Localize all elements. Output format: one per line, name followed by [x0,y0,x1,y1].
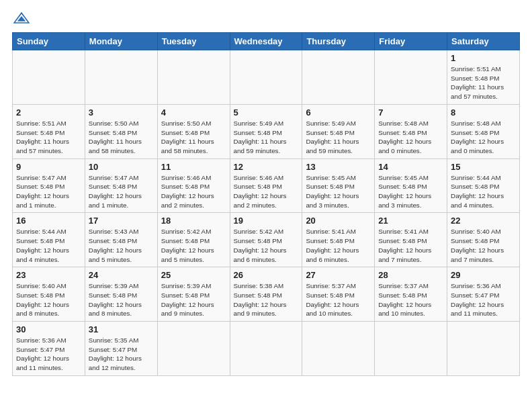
day-info-11: Sunrise: 5:46 AMSunset: 5:48 PMDaylight:… [161,174,214,209]
day-number-9: 9 [16,162,81,172]
day-info-14: Sunrise: 5:45 AMSunset: 5:48 PMDaylight:… [378,174,431,209]
day-cell-12: 12 Sunrise: 5:46 AMSunset: 5:48 PMDaylig… [230,158,302,213]
day-cell-1: 1 Sunrise: 5:51 AMSunset: 5:48 PMDayligh… [447,50,520,105]
day-cell-10: 10 Sunrise: 5:47 AMSunset: 5:48 PMDaylig… [85,158,157,213]
day-number-4: 4 [161,107,226,118]
day-cell-7: 7 Sunrise: 5:48 AMSunset: 5:48 PMDayligh… [375,104,447,158]
calendar-row-4: 23 Sunrise: 5:40 AMSunset: 5:48 PMDaylig… [13,267,520,322]
calendar-row-3: 16 Sunrise: 5:44 AMSunset: 5:48 PMDaylig… [13,213,520,267]
day-cell-25: 25 Sunrise: 5:39 AMSunset: 5:48 PMDaylig… [157,267,230,322]
day-number-6: 6 [306,107,371,118]
day-number-22: 22 [451,216,516,226]
day-info-29: Sunrise: 5:36 AMSunset: 5:47 PMDaylight:… [451,282,504,317]
empty-cell [157,322,230,376]
day-info-21: Sunrise: 5:41 AMSunset: 5:48 PMDaylight:… [378,228,431,263]
col-tuesday: Tuesday [157,33,230,50]
day-cell-30: 30 Sunrise: 5:36 AMSunset: 5:47 PMDaylig… [13,322,85,376]
day-info-3: Sunrise: 5:50 AMSunset: 5:48 PMDaylight:… [89,120,142,154]
day-number-31: 31 [89,324,154,334]
day-cell-24: 24 Sunrise: 5:39 AMSunset: 5:48 PMDaylig… [85,267,157,322]
day-info-24: Sunrise: 5:39 AMSunset: 5:48 PMDaylight:… [89,282,142,317]
day-info-12: Sunrise: 5:46 AMSunset: 5:48 PMDaylight:… [234,174,287,209]
day-number-28: 28 [378,270,443,280]
day-cell-28: 28 Sunrise: 5:37 AMSunset: 5:48 PMDaylig… [375,267,447,322]
day-number-15: 15 [451,162,516,172]
day-cell-15: 15 Sunrise: 5:44 AMSunset: 5:48 PMDaylig… [447,158,520,213]
day-cell-14: 14 Sunrise: 5:45 AMSunset: 5:48 PMDaylig… [375,158,447,213]
day-cell-6: 6 Sunrise: 5:49 AMSunset: 5:48 PMDayligh… [302,104,375,158]
day-number-11: 11 [161,162,226,172]
day-info-5: Sunrise: 5:49 AMSunset: 5:48 PMDaylight:… [234,120,287,154]
day-number-19: 19 [234,216,299,226]
day-cell-23: 23 Sunrise: 5:40 AMSunset: 5:48 PMDaylig… [13,267,85,322]
empty-cell [302,322,375,376]
day-cell-17: 17 Sunrise: 5:43 AMSunset: 5:48 PMDaylig… [85,213,157,267]
empty-cell [230,50,302,105]
col-monday: Monday [85,33,157,50]
day-info-22: Sunrise: 5:40 AMSunset: 5:48 PMDaylight:… [451,228,504,263]
empty-cell [375,50,447,105]
empty-cell [85,50,157,105]
col-friday: Friday [375,33,447,50]
empty-cell [302,50,375,105]
day-number-25: 25 [161,270,226,280]
day-info-2: Sunrise: 5:51 AMSunset: 5:48 PMDaylight:… [16,120,69,154]
day-number-5: 5 [234,107,299,118]
day-number-20: 20 [306,216,371,226]
day-number-10: 10 [89,162,154,172]
day-cell-19: 19 Sunrise: 5:42 AMSunset: 5:48 PMDaylig… [230,213,302,267]
day-number-2: 2 [16,107,81,118]
day-info-4: Sunrise: 5:50 AMSunset: 5:48 PMDaylight:… [161,120,214,154]
day-cell-16: 16 Sunrise: 5:44 AMSunset: 5:48 PMDaylig… [13,213,85,267]
day-info-27: Sunrise: 5:37 AMSunset: 5:48 PMDaylight:… [306,282,359,317]
day-number-14: 14 [378,162,443,172]
day-info-8: Sunrise: 5:48 AMSunset: 5:48 PMDaylight:… [451,120,504,154]
calendar-row-0: 1 Sunrise: 5:51 AMSunset: 5:48 PMDayligh… [13,50,520,105]
day-number-23: 23 [16,270,81,280]
day-info-28: Sunrise: 5:37 AMSunset: 5:48 PMDaylight:… [378,282,431,317]
day-cell-26: 26 Sunrise: 5:38 AMSunset: 5:48 PMDaylig… [230,267,302,322]
day-cell-13: 13 Sunrise: 5:45 AMSunset: 5:48 PMDaylig… [302,158,375,213]
day-info-9: Sunrise: 5:47 AMSunset: 5:48 PMDaylight:… [16,174,69,209]
day-info-13: Sunrise: 5:45 AMSunset: 5:48 PMDaylight:… [306,174,359,209]
empty-cell [13,50,85,105]
day-cell-9: 9 Sunrise: 5:47 AMSunset: 5:48 PMDayligh… [13,158,85,213]
col-thursday: Thursday [302,33,375,50]
day-cell-31: 31 Sunrise: 5:35 AMSunset: 5:47 PMDaylig… [85,322,157,376]
day-cell-22: 22 Sunrise: 5:40 AMSunset: 5:48 PMDaylig… [447,213,520,267]
empty-cell [375,322,447,376]
day-info-23: Sunrise: 5:40 AMSunset: 5:48 PMDaylight:… [16,282,69,317]
day-info-6: Sunrise: 5:49 AMSunset: 5:48 PMDaylight:… [306,120,359,154]
day-info-30: Sunrise: 5:36 AMSunset: 5:47 PMDaylight:… [16,336,69,371]
day-info-18: Sunrise: 5:42 AMSunset: 5:48 PMDaylight:… [161,228,214,263]
day-cell-4: 4 Sunrise: 5:50 AMSunset: 5:48 PMDayligh… [157,104,230,158]
day-number-7: 7 [378,107,443,118]
day-number-27: 27 [306,270,371,280]
day-cell-27: 27 Sunrise: 5:37 AMSunset: 5:48 PMDaylig… [302,267,375,322]
day-number-30: 30 [16,324,81,334]
day-number-13: 13 [306,162,371,172]
day-cell-18: 18 Sunrise: 5:42 AMSunset: 5:48 PMDaylig… [157,213,230,267]
day-number-26: 26 [234,270,299,280]
day-info-7: Sunrise: 5:48 AMSunset: 5:48 PMDaylight:… [378,120,431,154]
day-cell-20: 20 Sunrise: 5:41 AMSunset: 5:48 PMDaylig… [302,213,375,267]
calendar-row-2: 9 Sunrise: 5:47 AMSunset: 5:48 PMDayligh… [13,158,520,213]
day-number-21: 21 [378,216,443,226]
day-number-29: 29 [451,270,516,280]
day-info-26: Sunrise: 5:38 AMSunset: 5:48 PMDaylight:… [234,282,287,317]
day-number-16: 16 [16,216,81,226]
day-info-16: Sunrise: 5:44 AMSunset: 5:48 PMDaylight:… [16,228,69,263]
day-cell-11: 11 Sunrise: 5:46 AMSunset: 5:48 PMDaylig… [157,158,230,213]
day-info-31: Sunrise: 5:35 AMSunset: 5:47 PMDaylight:… [89,336,142,371]
calendar-header-row: Sunday Monday Tuesday Wednesday Thursday… [13,33,520,50]
day-number-3: 3 [89,107,154,118]
day-cell-3: 3 Sunrise: 5:50 AMSunset: 5:48 PMDayligh… [85,104,157,158]
day-info-1: Sunrise: 5:51 AMSunset: 5:48 PMDaylight:… [451,65,504,100]
day-cell-29: 29 Sunrise: 5:36 AMSunset: 5:47 PMDaylig… [447,267,520,322]
day-number-8: 8 [451,107,516,118]
day-info-15: Sunrise: 5:44 AMSunset: 5:48 PMDaylight:… [451,174,504,209]
day-number-18: 18 [161,216,226,226]
calendar-row-5: 30 Sunrise: 5:36 AMSunset: 5:47 PMDaylig… [13,322,520,376]
header [12,11,520,26]
col-saturday: Saturday [447,33,520,50]
